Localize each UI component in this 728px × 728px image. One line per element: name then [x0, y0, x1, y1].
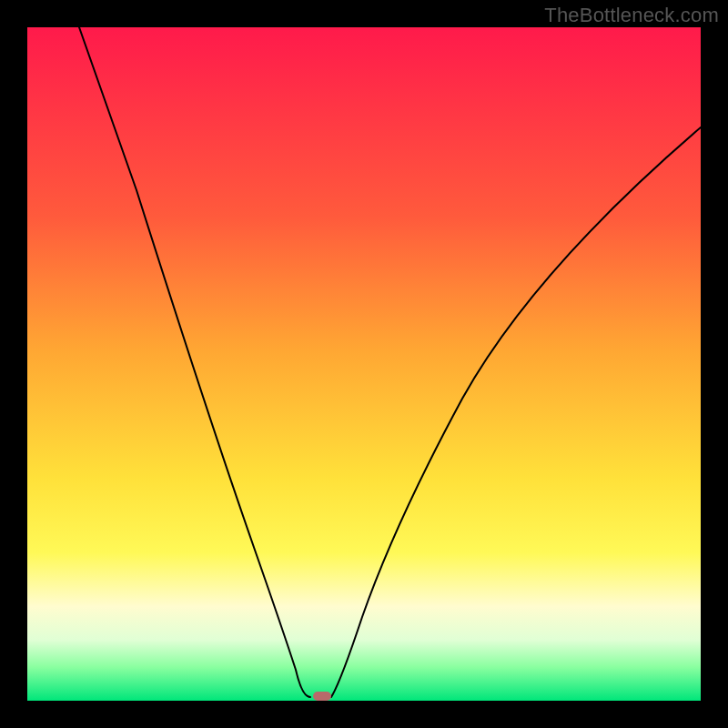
watermark-text: TheBottleneck.com	[544, 4, 719, 27]
chart-gradient-background	[27, 27, 701, 701]
chart-container: TheBottleneck.com	[0, 0, 728, 728]
